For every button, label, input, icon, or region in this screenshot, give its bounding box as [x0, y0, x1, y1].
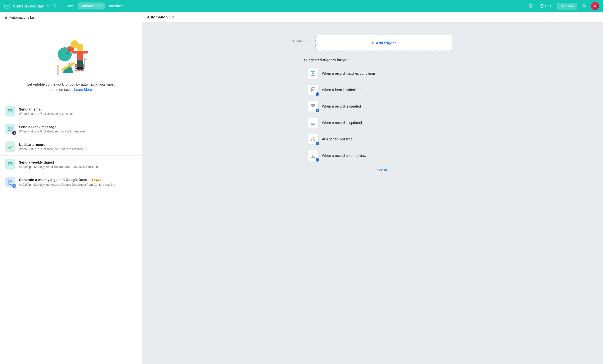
- trigger-label-form-submitted: When a form is submitted: [322, 88, 362, 92]
- trigger-option-record-matches[interactable]: When a record matches conditions: [304, 65, 464, 81]
- trigger-option-scheduled[interactable]: ✓ At a scheduled time: [304, 131, 464, 147]
- help-button[interactable]: Help: [538, 3, 554, 9]
- automation-title-slack: Send a Slack message: [19, 125, 137, 129]
- svg-rect-4: [8, 4, 8, 5]
- automation-info-update: Update a record When Status is Published…: [19, 143, 137, 151]
- tab-automations[interactable]: Automations: [78, 2, 105, 9]
- trigger-option-form-submitted[interactable]: + When a form is submitted: [304, 82, 464, 98]
- right-panel: Automation 1 ▾ TRIGGER + Add trigger Sug…: [142, 12, 603, 364]
- help-label: Help: [545, 4, 552, 8]
- svg-rect-58: [311, 154, 315, 157]
- topnav-right: Help Share A: [527, 2, 599, 10]
- suggested-label: Suggested triggers for you:: [304, 58, 464, 62]
- right-panel-content: TRIGGER + Add trigger Suggested triggers…: [142, 22, 603, 364]
- pro-badge: ✦ Pro: [90, 178, 101, 182]
- svg-rect-32: [83, 51, 88, 54]
- automation-desc-update: When Status is Published, set Status to …: [19, 147, 137, 151]
- automation-name-chevron[interactable]: ▾: [172, 15, 174, 19]
- automation-desc-digest: At 2:00 pm Monday, email records where S…: [19, 165, 137, 169]
- svg-rect-2: [7, 6, 7, 7]
- see-all-link[interactable]: See all...: [304, 168, 464, 172]
- svg-rect-15: [57, 67, 59, 75]
- automation-icon-gdocs: G: [5, 177, 15, 187]
- notifications-button[interactable]: [580, 2, 588, 10]
- hamburger-icon[interactable]: ☰: [4, 15, 8, 19]
- svg-rect-53: [311, 121, 315, 124]
- automation-title-gdocs: Generate a weekly digest in Google Docs …: [19, 178, 137, 182]
- automation-list: Send an email When Status is Published, …: [0, 103, 142, 191]
- title-chevron-icon[interactable]: ▾: [47, 4, 49, 8]
- google-badge: G: [12, 184, 16, 188]
- illustration-area: Let Airtable do the work for you by auto…: [0, 23, 142, 97]
- svg-rect-34: [80, 60, 83, 68]
- automation-desc-gdocs: At 2:00 pm Monday, generate a Google Doc…: [19, 183, 137, 186]
- trigger-icon-scheduled: ✓: [308, 134, 319, 145]
- learn-more-link[interactable]: Learn More: [74, 88, 92, 92]
- trigger-option-record-created[interactable]: + When a record is created: [304, 98, 464, 114]
- avatar-button[interactable]: A: [591, 2, 599, 10]
- trigger-label-scheduled: At a scheduled time: [322, 137, 353, 141]
- trigger-box-container: + Add trigger: [315, 35, 452, 51]
- svg-rect-33: [77, 60, 80, 68]
- svg-rect-46: [311, 88, 315, 92]
- trigger-icon-form-submitted: +: [308, 84, 319, 95]
- svg-line-10: [562, 5, 563, 6]
- svg-point-7: [561, 6, 562, 6]
- form-submitted-badge: +: [316, 92, 319, 96]
- svg-point-6: [541, 7, 542, 7]
- suggested-triggers: Suggested triggers for you: When a recor…: [304, 58, 464, 172]
- automation-title-digest: Send a weekly digest: [19, 160, 137, 164]
- svg-rect-29: [76, 46, 83, 48]
- automation-icon-slack: S: [5, 124, 15, 134]
- plus-icon: +: [371, 40, 374, 46]
- svg-rect-31: [72, 51, 77, 54]
- automation-item-update[interactable]: Update a record When Status is Published…: [0, 138, 142, 156]
- automation-info-email: Send an email When Status is Published, …: [19, 107, 137, 116]
- tab-interfaces[interactable]: Interfaces: [106, 2, 128, 9]
- share-button[interactable]: Share: [557, 3, 577, 9]
- svg-rect-0: [5, 4, 9, 8]
- svg-point-8: [563, 5, 564, 5]
- trigger-section: TRIGGER + Add trigger: [293, 35, 452, 51]
- svg-rect-50: [311, 105, 315, 108]
- record-created-badge: +: [316, 109, 319, 112]
- info-icon[interactable]: ⓘ: [53, 4, 56, 8]
- trigger-option-record-updated[interactable]: When a record is updated: [304, 115, 464, 131]
- automation-item-email[interactable]: Send an email When Status is Published, …: [0, 103, 142, 120]
- right-panel-header: Automation 1 ▾: [142, 12, 603, 22]
- user-avatar: A: [591, 2, 599, 10]
- svg-marker-42: [84, 58, 88, 61]
- record-enters-view-badge: +: [316, 158, 319, 162]
- automation-name: Automation 1: [147, 15, 171, 19]
- add-trigger-label: Add trigger: [376, 41, 396, 45]
- automations-list-label: Automations List: [10, 15, 36, 19]
- trigger-icon-record-matches: [308, 68, 319, 79]
- nav-tabs: Data Automations Interfaces: [63, 2, 128, 9]
- svg-point-9: [563, 7, 564, 7]
- svg-point-36: [79, 67, 84, 70]
- tab-data[interactable]: Data: [63, 2, 77, 9]
- automation-info-gdocs: Generate a weekly digest in Google Docs …: [19, 178, 137, 186]
- automation-item-slack[interactable]: S Send a Slack message When Status is Pu…: [0, 120, 142, 138]
- svg-rect-27: [77, 51, 83, 61]
- trigger-label-record-enters-view: When a record enters a view: [322, 154, 366, 158]
- add-trigger-button[interactable]: + Add trigger: [315, 35, 452, 51]
- trigger-label: TRIGGER: [293, 35, 310, 42]
- share-label: Share: [565, 4, 574, 8]
- automations-list-header: ☰ Automations List: [0, 12, 142, 23]
- automation-item-digest[interactable]: Send a weekly digest At 2:00 pm Monday, …: [0, 156, 142, 173]
- svg-line-11: [562, 6, 563, 7]
- trigger-option-record-enters-view[interactable]: + When a record enters a view: [304, 148, 464, 164]
- illustration-image: [46, 31, 96, 78]
- trigger-label-record-updated: When a record is updated: [322, 121, 362, 125]
- trigger-icon-record-created: +: [308, 101, 319, 112]
- automation-item-gdocs[interactable]: G Generate a weekly digest in Google Doc…: [0, 173, 142, 191]
- automation-info-slack: Send a Slack message When Status is Publ…: [19, 125, 137, 133]
- svg-rect-41: [84, 58, 85, 68]
- history-button[interactable]: [527, 3, 535, 9]
- automation-info-digest: Send a weekly digest At 2:00 pm Monday, …: [19, 160, 137, 169]
- trigger-icon-record-enters-view: +: [308, 150, 319, 161]
- automation-desc-email: When Status is Published, send an email: [19, 112, 137, 116]
- svg-rect-17: [58, 65, 58, 67]
- svg-rect-1: [6, 6, 6, 7]
